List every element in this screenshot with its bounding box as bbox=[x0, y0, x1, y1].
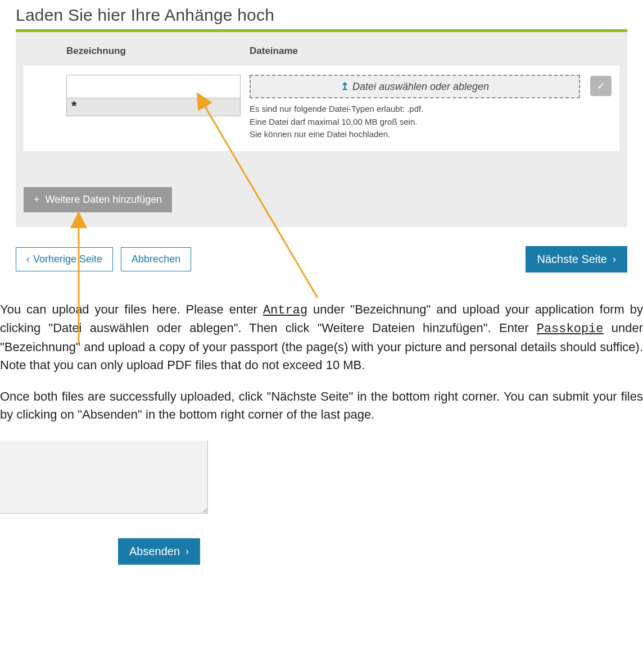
column-header-dateiname: Dateiname bbox=[250, 46, 298, 57]
hint-filetypes: Es sind nur folgende Datei-Typen erlaubt… bbox=[250, 103, 580, 116]
bezeichnung-input[interactable] bbox=[66, 75, 241, 98]
absenden-button[interactable]: Absenden › bbox=[118, 538, 200, 565]
prev-page-button[interactable]: ‹ Vorherige Seite bbox=[16, 247, 113, 271]
chevron-left-icon: ‹ bbox=[26, 253, 30, 265]
next-page-label: Nächste Seite bbox=[537, 253, 607, 266]
upload-row: * ↥ Datei auswählen oder ablegen Es sind… bbox=[24, 66, 619, 151]
instr-p1-a: You can upload your files here. Please e… bbox=[0, 302, 263, 316]
instr-mono-passkopie: Passkopie bbox=[537, 322, 604, 336]
hint-singlefile: Sie können nur eine Datei hochladen. bbox=[250, 128, 580, 141]
add-more-label: Weitere Daten hinzufügen bbox=[46, 194, 162, 206]
confirm-row-button[interactable]: ✓ bbox=[590, 76, 612, 96]
required-asterisk: * bbox=[66, 98, 241, 116]
checkmark-icon: ✓ bbox=[597, 80, 605, 92]
cancel-label: Abbrechen bbox=[132, 253, 180, 265]
cancel-button[interactable]: Abbrechen bbox=[121, 247, 191, 271]
nav-row: ‹ Vorherige Seite Abbrechen Nächste Seit… bbox=[16, 246, 627, 273]
prev-page-label: Vorherige Seite bbox=[33, 253, 102, 265]
cropped-textarea[interactable] bbox=[0, 441, 208, 514]
plus-icon: + bbox=[34, 194, 40, 206]
upload-panel: Bezeichnung Dateiname * ↥ Datei auswähle… bbox=[16, 32, 627, 227]
instructions: You can upload your files here. Please e… bbox=[0, 273, 643, 424]
hint-maxsize: Eine Datei darf maximal 10,00 MB groß se… bbox=[250, 116, 580, 129]
absenden-label: Absenden bbox=[129, 545, 180, 558]
add-more-button[interactable]: + Weitere Daten hinzufügen bbox=[24, 187, 172, 212]
column-header-bezeichnung: Bezeichnung bbox=[66, 46, 250, 57]
file-dropzone[interactable]: ↥ Datei auswählen oder ablegen bbox=[250, 75, 580, 98]
chevron-right-icon: › bbox=[613, 253, 616, 265]
instr-mono-antrag: Antrag bbox=[263, 303, 307, 317]
instr-p2: Once both files are successfully uploade… bbox=[0, 388, 643, 424]
page-title: Laden Sie hier Ihre Anhänge hoch bbox=[0, 0, 643, 29]
chevron-right-icon: › bbox=[185, 546, 189, 557]
upload-icon: ↥ bbox=[341, 80, 349, 93]
next-page-button[interactable]: Nächste Seite › bbox=[526, 246, 627, 273]
dropzone-label: Datei auswählen oder ablegen bbox=[352, 81, 489, 93]
